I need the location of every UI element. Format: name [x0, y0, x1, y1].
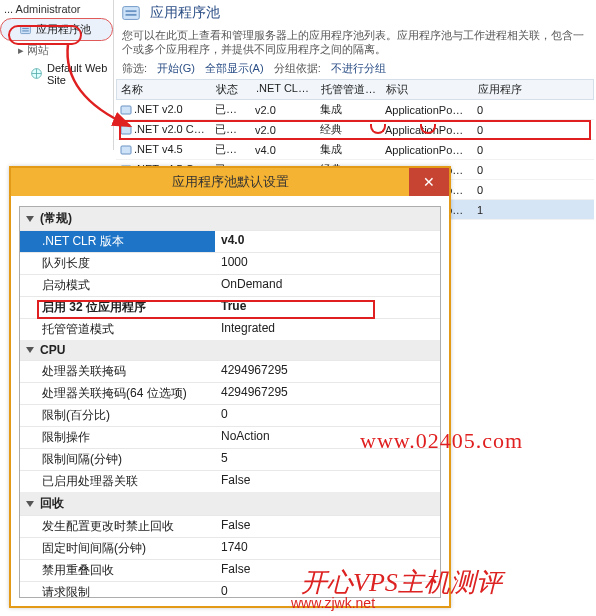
prop-row-affinity[interactable]: 已启用处理器关联False [20, 470, 440, 492]
close-icon: ✕ [423, 174, 435, 190]
content-header: 应用程序池 [114, 0, 596, 26]
prop-value: 4294967295 [215, 361, 440, 382]
prop-key: .NET CLR 版本 [20, 231, 215, 252]
prop-value: False [215, 471, 440, 492]
property-grid: (常规) .NET CLR 版本v4.0 队列长度1000 启动模式OnDema… [20, 207, 440, 598]
tree-leaf-label: Default Web Site [47, 62, 113, 86]
sites-label: ▸ 网站 [18, 43, 49, 58]
col-status[interactable]: 状态 [212, 80, 252, 99]
prop-key: 禁用重叠回收 [20, 560, 215, 581]
filter-go[interactable]: 开始(G) [157, 61, 195, 76]
pool-icon [120, 104, 132, 116]
app-pool-icon [19, 23, 32, 36]
svg-rect-4 [123, 7, 140, 20]
tree-node-default-site[interactable]: Default Web Site [0, 60, 113, 88]
tree-node-sites[interactable]: ▸ 网站 [0, 41, 113, 60]
svg-rect-0 [21, 25, 31, 33]
svg-rect-1 [22, 28, 29, 29]
cat-label: 回收 [40, 495, 64, 512]
filter-showall[interactable]: 全部显示(A) [205, 61, 264, 76]
prop-value: 1000 [215, 253, 440, 274]
prop-key: 托管管道模式 [20, 319, 215, 340]
svg-rect-8 [121, 126, 131, 134]
chevron-down-icon [26, 216, 34, 222]
content-toolbar: 筛选: 开始(G) 全部显示(A) 分组依据: 不进行分组 [114, 58, 596, 79]
prop-value: False [215, 516, 440, 537]
watermark: www.zjwk.net [291, 595, 375, 611]
tree-node-app-pools[interactable]: 应用程序池 [0, 18, 113, 41]
filter-label: 筛选: [122, 61, 147, 76]
prop-row-pipe[interactable]: 托管管道模式Integrated [20, 318, 440, 340]
tree-view: ... Administrator 应用程序池 ▸ 网站 Default Web… [0, 0, 113, 150]
prop-row-queue[interactable]: 队列长度1000 [20, 252, 440, 274]
pool-icon [120, 144, 132, 156]
prop-row-mask64[interactable]: 处理器关联掩码(64 位选项)4294967295 [20, 382, 440, 404]
prop-key: 处理器关联掩码 [20, 361, 215, 382]
app-pools-header-icon [120, 2, 142, 24]
svg-rect-6 [126, 14, 137, 16]
cat-label: CPU [40, 343, 65, 357]
close-button[interactable]: ✕ [409, 168, 449, 196]
col-clr[interactable]: .NET CLR ... [252, 80, 317, 99]
prop-value: True [215, 297, 440, 318]
defaults-dialog: 应用程序池默认设置 ✕ (常规) .NET CLR 版本v4.0 队列长度100… [9, 166, 451, 608]
category-cpu[interactable]: CPU [20, 340, 440, 360]
dialog-titlebar[interactable]: 应用程序池默认设置 ✕ [11, 168, 449, 196]
prop-key: 限制(百分比) [20, 405, 215, 426]
grid-header: 名称 状态 .NET CLR ... 托管管道模式 标识 应用程序 [116, 79, 594, 100]
table-row[interactable]: .NET v4.5已启动v4.0集成ApplicationPool...0 [116, 140, 594, 160]
iis-panel: ... Administrator 应用程序池 ▸ 网站 Default Web… [0, 0, 596, 150]
prop-row-mask[interactable]: 处理器关联掩码4294967295 [20, 360, 440, 382]
prop-key: 队列长度 [20, 253, 215, 274]
prop-row-enable32[interactable]: 启用 32 位应用程序True [20, 296, 440, 318]
prop-row-fixed[interactable]: 固定时间间隔(分钟)1740 [20, 537, 440, 559]
prop-value: 1740 [215, 538, 440, 559]
watermark: www.02405.com [360, 428, 523, 454]
group-value[interactable]: 不进行分组 [331, 61, 386, 76]
prop-key: 限制间隔(分钟) [20, 449, 215, 470]
prop-row-limit[interactable]: 限制(百分比)0 [20, 404, 440, 426]
prop-key: 发生配置更改时禁止回收 [20, 516, 215, 537]
col-mode[interactable]: 托管管道模式 [317, 80, 382, 99]
prop-value: 0 [215, 405, 440, 426]
prop-key: 启用 32 位应用程序 [20, 297, 215, 318]
prop-row-start[interactable]: 启动模式OnDemand [20, 274, 440, 296]
col-app[interactable]: 应用程序 [474, 80, 534, 99]
cat-label: (常规) [40, 210, 72, 227]
prop-value: OnDemand [215, 275, 440, 296]
prop-key: 已启用处理器关联 [20, 471, 215, 492]
prop-row-clr[interactable]: .NET CLR 版本v4.0 [20, 230, 440, 252]
content-title: 应用程序池 [150, 4, 220, 22]
category-recycle[interactable]: 回收 [20, 492, 440, 515]
svg-rect-5 [126, 10, 137, 12]
svg-rect-9 [121, 146, 131, 154]
pool-icon [120, 124, 132, 136]
prop-key: 请求限制 [20, 582, 215, 598]
prop-row-disallow[interactable]: 发生配置更改时禁止回收False [20, 515, 440, 537]
col-id[interactable]: 标识 [382, 80, 474, 99]
chevron-down-icon [26, 347, 34, 353]
chevron-down-icon [26, 501, 34, 507]
content-description: 您可以在此页上查看和管理服务器上的应用程序池列表。应用程序池与工作进程相关联，包… [114, 26, 596, 58]
svg-rect-7 [121, 106, 131, 114]
dialog-title: 应用程序池默认设置 [172, 173, 289, 191]
prop-value: v4.0 [215, 231, 440, 252]
svg-rect-2 [22, 30, 29, 31]
prop-value: 4294967295 [215, 383, 440, 404]
dialog-body: (常规) .NET CLR 版本v4.0 队列长度1000 启动模式OnDema… [19, 206, 441, 598]
prop-key: 固定时间间隔(分钟) [20, 538, 215, 559]
col-name[interactable]: 名称 [117, 80, 212, 99]
prop-key: 处理器关联掩码(64 位选项) [20, 383, 215, 404]
category-general[interactable]: (常规) [20, 207, 440, 230]
prop-key: 限制操作 [20, 427, 215, 448]
table-row[interactable]: .NET v2.0已启动v2.0集成ApplicationPool...0 [116, 100, 594, 120]
table-row[interactable]: .NET v2.0 Clas...已启动v2.0经典ApplicationPoo… [116, 120, 594, 140]
content-pane: 应用程序池 您可以在此页上查看和管理服务器上的应用程序池列表。应用程序池与工作进… [113, 0, 596, 150]
group-label: 分组依据: [274, 61, 321, 76]
globe-icon [30, 67, 43, 82]
prop-value: Integrated [215, 319, 440, 340]
tree-root[interactable]: ... Administrator [0, 0, 113, 18]
prop-key: 启动模式 [20, 275, 215, 296]
tree-node-label: 应用程序池 [36, 22, 91, 37]
